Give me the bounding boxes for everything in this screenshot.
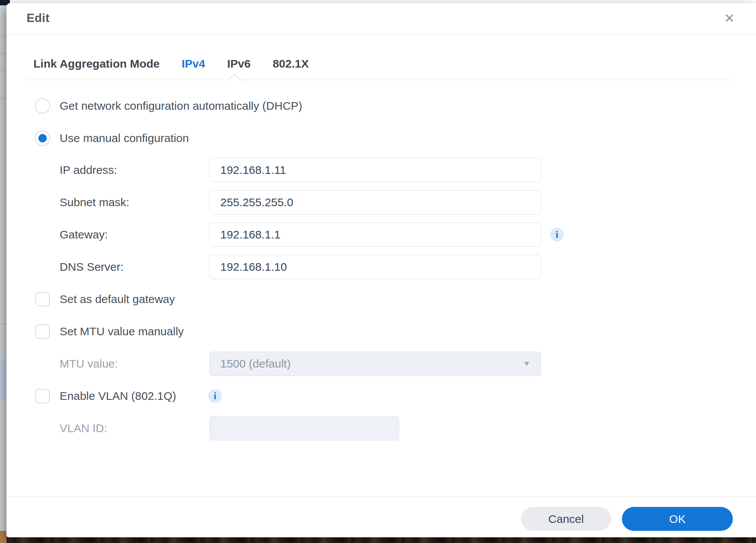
dns-server-input[interactable]	[209, 255, 541, 279]
tab-link-aggregation-mode[interactable]: Link Aggregation Mode	[33, 57, 160, 70]
field-row-dns-server: DNS Server:	[6, 255, 756, 279]
edit-dialog: Edit ✕ Link Aggregation Mode IPv4 IPv6 8…	[6, 3, 756, 537]
active-tab-notch	[228, 74, 241, 87]
tab-ipv6[interactable]: IPv6	[227, 57, 251, 70]
field-row-ip-address: IP address:	[6, 158, 756, 182]
radio-row-dhcp: Get network configuration automatically …	[6, 97, 756, 115]
subnet-mask-input[interactable]	[209, 190, 541, 215]
tab-bar: Link Aggregation Mode IPv4 IPv6 802.1X	[33, 55, 309, 72]
checkbox-row-enable-vlan: Enable VLAN (802.1Q) i	[6, 388, 756, 404]
tab-ipv4[interactable]: IPv4	[182, 57, 205, 70]
vlan-id-label: VLAN ID:	[60, 422, 107, 435]
background-row-divider	[0, 324, 6, 324]
mtu-manual-label: Set MTU value manually	[60, 325, 184, 338]
field-row-vlan-id: VLAN ID:	[6, 416, 756, 440]
header-divider	[6, 34, 756, 35]
mtu-manual-checkbox[interactable]	[35, 324, 50, 339]
ip-address-label: IP address:	[60, 164, 117, 177]
subnet-mask-label: Subnet mask:	[60, 196, 129, 209]
gateway-label: Gateway:	[60, 228, 108, 241]
background-selected-row	[0, 361, 6, 401]
ok-button[interactable]: OK	[622, 507, 733, 531]
field-row-subnet-mask: Subnet mask:	[6, 190, 756, 215]
checkbox-row-mtu-manual: Set MTU value manually	[6, 324, 756, 339]
radio-row-manual: Use manual configuration	[6, 129, 756, 147]
field-row-mtu-value: MTU value: 1500 (default) ▼	[6, 352, 756, 376]
background-app-edge	[0, 0, 6, 543]
dns-server-label: DNS Server:	[60, 260, 123, 273]
enable-vlan-checkbox[interactable]	[35, 389, 50, 403]
chevron-down-icon: ▼	[523, 360, 531, 368]
footer-divider	[6, 496, 756, 497]
mtu-value-dropdown[interactable]: 1500 (default) ▼	[209, 352, 541, 376]
default-gateway-checkbox[interactable]	[35, 292, 50, 306]
cancel-button[interactable]: Cancel	[521, 507, 611, 531]
mtu-value-label: MTU value:	[60, 357, 118, 370]
radio-manual-label: Use manual configuration	[60, 132, 189, 145]
background-wallpaper-edge	[0, 531, 6, 543]
background-row-divider	[0, 36, 6, 37]
field-row-gateway: Gateway: i	[6, 223, 756, 247]
dialog-title: Edit	[27, 11, 50, 25]
info-icon[interactable]: i	[208, 389, 222, 403]
checkbox-row-default-gateway: Set as default gateway	[6, 291, 756, 307]
info-icon[interactable]: i	[550, 228, 564, 242]
radio-dhcp-label: Get network configuration automatically …	[60, 99, 302, 112]
radio-dhcp[interactable]	[35, 98, 50, 114]
background-row-divider	[0, 70, 6, 71]
default-gateway-label: Set as default gateway	[60, 293, 175, 306]
gateway-input[interactable]	[209, 223, 541, 247]
mtu-value-selected: 1500 (default)	[220, 357, 291, 370]
radio-manual[interactable]	[35, 131, 50, 146]
ip-address-input[interactable]	[209, 158, 541, 182]
tab-8021x[interactable]: 802.1X	[273, 57, 309, 70]
close-icon[interactable]: ✕	[721, 10, 738, 27]
vlan-id-input[interactable]	[209, 416, 399, 440]
tab-underline	[25, 80, 733, 80]
enable-vlan-label: Enable VLAN (802.1Q)	[60, 390, 176, 403]
background-row-divider	[0, 98, 6, 99]
background-row-divider	[0, 53, 6, 54]
